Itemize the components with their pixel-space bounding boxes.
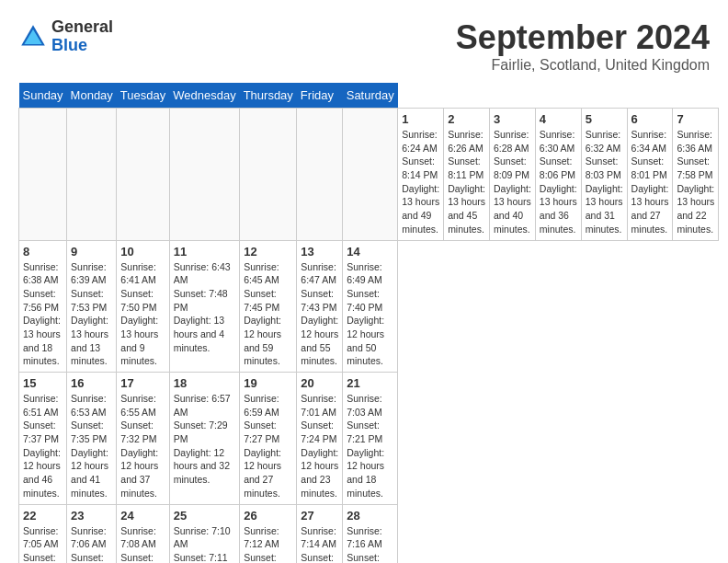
calendar-day-cell: 27 Sunrise: 7:14 AMSunset: 7:06 PMDaylig… (297, 504, 343, 563)
day-number: 25 (174, 509, 235, 523)
day-number: 4 (540, 112, 577, 126)
calendar-day-cell: 7 Sunrise: 6:36 AMSunset: 7:58 PMDayligh… (673, 109, 719, 241)
calendar-day-cell (67, 109, 117, 241)
day-info: Sunrise: 6:49 AMSunset: 7:40 PMDaylight:… (347, 261, 384, 367)
day-number: 16 (71, 376, 112, 390)
day-number: 19 (244, 376, 292, 390)
day-number: 17 (120, 376, 165, 390)
calendar-day-cell: 24 Sunrise: 7:08 AMSunset: 7:14 PMDaylig… (117, 504, 169, 563)
page-header: General Blue September 2024 Fairlie, Sco… (18, 18, 710, 74)
calendar-day-cell: 9 Sunrise: 6:39 AMSunset: 7:53 PMDayligh… (67, 240, 117, 373)
calendar-day-cell (117, 109, 169, 241)
month-title: September 2024 (456, 18, 710, 57)
day-number: 11 (174, 245, 235, 259)
logo-general-text: General (51, 18, 113, 37)
calendar-day-cell (240, 109, 297, 241)
calendar-day-cell: 20 Sunrise: 7:01 AMSunset: 7:24 PMDaylig… (297, 373, 343, 505)
calendar-day-cell: 15 Sunrise: 6:51 AMSunset: 7:37 PMDaylig… (19, 373, 67, 505)
day-number: 9 (71, 245, 112, 259)
calendar-day-header: Monday (67, 83, 117, 109)
calendar-day-cell: 28 Sunrise: 7:16 AMSunset: 7:03 PMDaylig… (343, 504, 398, 563)
day-number: 18 (174, 376, 235, 390)
day-info: Sunrise: 6:28 AMSunset: 8:09 PMDaylight:… (494, 129, 531, 235)
calendar-day-header: Friday (297, 83, 343, 109)
day-number: 7 (677, 112, 714, 126)
calendar-day-cell (343, 109, 398, 241)
calendar-day-cell: 21 Sunrise: 7:03 AMSunset: 7:21 PMDaylig… (343, 373, 398, 505)
calendar-day-header: Saturday (343, 83, 398, 109)
day-info: Sunrise: 6:59 AMSunset: 7:27 PMDaylight:… (244, 393, 281, 499)
day-number: 21 (347, 376, 393, 390)
calendar-day-cell: 23 Sunrise: 7:06 AMSunset: 7:16 PMDaylig… (67, 504, 117, 563)
day-info: Sunrise: 6:47 AMSunset: 7:43 PMDaylight:… (301, 261, 338, 367)
day-number: 1 (402, 112, 439, 126)
day-info: Sunrise: 6:55 AMSunset: 7:32 PMDaylight:… (120, 393, 158, 499)
day-number: 2 (448, 112, 485, 126)
calendar-day-header: Tuesday (117, 83, 169, 109)
calendar-day-cell: 5 Sunrise: 6:32 AMSunset: 8:03 PMDayligh… (581, 109, 627, 241)
day-info: Sunrise: 6:57 AMSunset: 7:29 PMDaylight:… (174, 393, 231, 485)
calendar-day-cell: 13 Sunrise: 6:47 AMSunset: 7:43 PMDaylig… (297, 240, 343, 373)
calendar-day-cell: 3 Sunrise: 6:28 AMSunset: 8:09 PMDayligh… (489, 109, 535, 241)
day-info: Sunrise: 6:34 AMSunset: 8:01 PMDaylight:… (631, 129, 669, 235)
calendar-header-row: SundayMondayTuesdayWednesdayThursdayFrid… (19, 83, 719, 109)
day-number: 28 (347, 509, 393, 523)
calendar-day-header: Wednesday (169, 83, 239, 109)
calendar-day-cell: 26 Sunrise: 7:12 AMSunset: 7:08 PMDaylig… (240, 504, 297, 563)
day-number: 15 (23, 376, 63, 390)
day-number: 5 (586, 112, 623, 126)
calendar-day-cell: 12 Sunrise: 6:45 AMSunset: 7:45 PMDaylig… (240, 240, 297, 373)
day-number: 22 (23, 509, 63, 523)
day-number: 3 (494, 112, 531, 126)
calendar-day-cell: 16 Sunrise: 6:53 AMSunset: 7:35 PMDaylig… (67, 373, 117, 505)
day-info: Sunrise: 7:01 AMSunset: 7:24 PMDaylight:… (301, 393, 338, 499)
calendar-week-row: 22 Sunrise: 7:05 AMSunset: 7:19 PMDaylig… (19, 504, 719, 563)
calendar-day-cell (169, 109, 239, 241)
calendar-day-cell: 2 Sunrise: 6:26 AMSunset: 8:11 PMDayligh… (444, 109, 490, 241)
day-number: 26 (244, 509, 292, 523)
day-info: Sunrise: 6:38 AMSunset: 7:56 PMDaylight:… (23, 261, 61, 367)
day-info: Sunrise: 6:45 AMSunset: 7:45 PMDaylight:… (244, 261, 281, 367)
calendar-day-cell: 25 Sunrise: 7:10 AMSunset: 7:11 PMDaylig… (169, 504, 239, 563)
logo-blue-text: Blue (51, 37, 113, 55)
calendar-day-cell: 14 Sunrise: 6:49 AMSunset: 7:40 PMDaylig… (343, 240, 398, 373)
day-info: Sunrise: 7:08 AMSunset: 7:14 PMDaylight:… (120, 525, 158, 564)
day-number: 13 (301, 245, 338, 259)
day-number: 20 (301, 376, 338, 390)
day-info: Sunrise: 6:53 AMSunset: 7:35 PMDaylight:… (71, 393, 108, 499)
logo-icon (18, 22, 48, 52)
day-info: Sunrise: 7:05 AMSunset: 7:19 PMDaylight:… (23, 525, 61, 564)
location: Fairlie, Scotland, United Kingdom (456, 57, 710, 74)
calendar-day-cell: 22 Sunrise: 7:05 AMSunset: 7:19 PMDaylig… (19, 504, 67, 563)
day-info: Sunrise: 6:32 AMSunset: 8:03 PMDaylight:… (586, 129, 623, 235)
day-info: Sunrise: 6:30 AMSunset: 8:06 PMDaylight:… (540, 129, 577, 235)
calendar-day-cell: 1 Sunrise: 6:24 AMSunset: 8:14 PMDayligh… (398, 109, 444, 241)
calendar-day-cell: 19 Sunrise: 6:59 AMSunset: 7:27 PMDaylig… (240, 373, 297, 505)
calendar-day-cell: 10 Sunrise: 6:41 AMSunset: 7:50 PMDaylig… (117, 240, 169, 373)
day-info: Sunrise: 7:16 AMSunset: 7:03 PMDaylight:… (347, 525, 384, 564)
day-info: Sunrise: 7:03 AMSunset: 7:21 PMDaylight:… (347, 393, 384, 499)
day-info: Sunrise: 6:24 AMSunset: 8:14 PMDaylight:… (402, 129, 439, 235)
day-info: Sunrise: 7:12 AMSunset: 7:08 PMDaylight:… (244, 525, 281, 564)
calendar-day-cell: 6 Sunrise: 6:34 AMSunset: 8:01 PMDayligh… (627, 109, 673, 241)
calendar-week-row: 8 Sunrise: 6:38 AMSunset: 7:56 PMDayligh… (19, 240, 719, 373)
calendar-day-header: Thursday (240, 83, 297, 109)
day-info: Sunrise: 6:26 AMSunset: 8:11 PMDaylight:… (448, 129, 485, 235)
day-info: Sunrise: 6:51 AMSunset: 7:37 PMDaylight:… (23, 393, 61, 499)
day-number: 14 (347, 245, 393, 259)
calendar-week-row: 1 Sunrise: 6:24 AMSunset: 8:14 PMDayligh… (19, 109, 719, 241)
day-info: Sunrise: 7:14 AMSunset: 7:06 PMDaylight:… (301, 525, 338, 564)
calendar-day-cell: 8 Sunrise: 6:38 AMSunset: 7:56 PMDayligh… (19, 240, 67, 373)
day-info: Sunrise: 7:06 AMSunset: 7:16 PMDaylight:… (71, 525, 108, 564)
day-number: 27 (301, 509, 338, 523)
day-info: Sunrise: 7:10 AMSunset: 7:11 PMDaylight:… (174, 525, 231, 564)
day-number: 23 (71, 509, 112, 523)
day-number: 12 (244, 245, 292, 259)
calendar-day-cell: 4 Sunrise: 6:30 AMSunset: 8:06 PMDayligh… (535, 109, 581, 241)
calendar-table: SundayMondayTuesdayWednesdayThursdayFrid… (18, 83, 719, 563)
title-block: September 2024 Fairlie, Scotland, United… (456, 18, 710, 74)
calendar-day-cell: 11 Sunrise: 6:43 AMSunset: 7:48 PMDaylig… (169, 240, 239, 373)
calendar-week-row: 15 Sunrise: 6:51 AMSunset: 7:37 PMDaylig… (19, 373, 719, 505)
day-info: Sunrise: 6:41 AMSunset: 7:50 PMDaylight:… (120, 261, 158, 367)
day-info: Sunrise: 6:36 AMSunset: 7:58 PMDaylight:… (677, 129, 714, 235)
